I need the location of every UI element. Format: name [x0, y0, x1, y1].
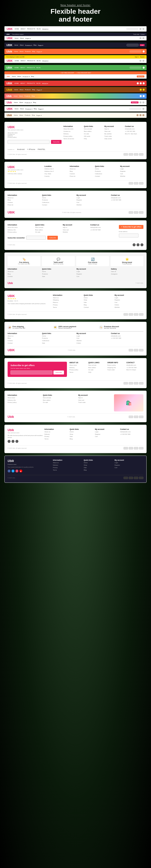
nav-item[interactable]: About	[19, 115, 23, 116]
nav-item[interactable]: Home	[14, 102, 18, 103]
col-item[interactable]: Cart	[120, 173, 143, 175]
col-item[interactable]: Delivery	[69, 367, 87, 369]
user-icon[interactable]	[143, 28, 144, 30]
cart-icon[interactable]	[140, 82, 142, 84]
col-item[interactable]: My wishlist	[104, 133, 123, 135]
col-item[interactable]: Contact	[84, 307, 113, 309]
nav-item[interactable]: Blog	[31, 76, 34, 78]
cart-icon[interactable]	[143, 60, 144, 62]
nav-item[interactable]: HOME	[14, 83, 19, 84]
twitter-icon[interactable]: t	[137, 243, 140, 246]
col-item[interactable]: Orders	[115, 304, 143, 306]
login-button[interactable]: Login	[140, 44, 145, 46]
col-item[interactable]: Cart	[77, 337, 109, 339]
col-item[interactable]: Contact us	[63, 131, 82, 132]
col-item[interactable]: Careers	[8, 340, 40, 342]
cart-icon[interactable]	[140, 114, 142, 116]
info-link[interactable]: Sign in	[135, 56, 139, 58]
col-item[interactable]: Shop	[84, 464, 113, 466]
nav-item[interactable]: Home	[14, 115, 18, 116]
col-item[interactable]: Shipping	[53, 299, 82, 301]
nav-item[interactable]: About	[20, 51, 24, 53]
col-item[interactable]: About store	[8, 397, 41, 399]
cart-icon[interactable]	[143, 89, 145, 91]
nav-item[interactable]: Home	[14, 95, 18, 97]
col-item[interactable]: About us	[8, 197, 40, 199]
nav-item[interactable]: Blog	[32, 95, 35, 97]
nav-item[interactable]: About	[19, 102, 23, 103]
shop-button[interactable]: Shop Now	[131, 101, 139, 103]
nav-item[interactable]: BLOG	[36, 67, 41, 68]
nav-item[interactable]: Products ▾	[25, 102, 31, 103]
nav-item[interactable]: About	[17, 76, 21, 78]
nav-item[interactable]: Blog	[34, 108, 37, 110]
instagram-icon[interactable]: i	[16, 440, 19, 443]
cart-icon[interactable]	[140, 28, 142, 30]
col-item[interactable]: About us	[53, 297, 82, 299]
col-item[interactable]: Track order	[78, 402, 112, 404]
col-item[interactable]: Register	[77, 199, 109, 201]
nav-item[interactable]: Pages ▾	[25, 37, 31, 39]
col-item[interactable]: Privacy policy	[69, 369, 87, 371]
col-item[interactable]: Delivery info	[8, 229, 33, 231]
cart-icon[interactable]	[143, 95, 145, 97]
search-input[interactable]	[129, 66, 142, 69]
col-item[interactable]: City, State	[44, 173, 68, 175]
col-item[interactable]: Contact	[95, 176, 118, 178]
subscribe-button[interactable]: Subscribe	[47, 236, 58, 240]
col-item[interactable]: View cart	[78, 399, 112, 401]
col-item[interactable]: View cart	[104, 131, 123, 132]
search-input[interactable]	[126, 28, 139, 30]
nav-item[interactable]: Home	[14, 51, 18, 53]
col-item[interactable]: Wishlist	[120, 176, 143, 178]
col-item[interactable]: Sale	[84, 467, 113, 469]
col-item[interactable]: Address line 1	[44, 168, 68, 170]
col-item[interactable]: Products	[95, 170, 118, 173]
col-item[interactable]: Contact	[8, 276, 40, 278]
nav-item[interactable]: Products ▾	[23, 76, 29, 78]
nav-item[interactable]: Pages ▾	[36, 115, 42, 116]
col-item[interactable]: Delivery	[44, 434, 68, 435]
nav-item[interactable]: ABOUT	[20, 60, 26, 62]
nav-item[interactable]: Products	[25, 115, 30, 116]
col-item[interactable]: About store	[69, 364, 87, 366]
col-item[interactable]: About the store	[63, 128, 82, 130]
nav-item[interactable]: Blog	[34, 44, 36, 46]
nav-item[interactable]: Blog	[33, 102, 36, 103]
user-icon[interactable]	[143, 101, 144, 103]
col-item[interactable]: About us	[8, 271, 40, 273]
col-item[interactable]: Register	[95, 434, 118, 435]
nav-item[interactable]: Blog	[32, 51, 35, 53]
col-item[interactable]: Home	[42, 271, 75, 273]
col-item[interactable]: Blog	[70, 170, 93, 173]
col-item[interactable]: About us	[8, 335, 40, 337]
newsletter-email-input[interactable]	[26, 236, 46, 240]
col-item[interactable]: Register	[115, 299, 143, 301]
nav-item[interactable]: About	[20, 108, 24, 110]
nav-item[interactable]: Products	[25, 89, 31, 91]
newsletter-submit-button[interactable]: Subscribe	[51, 140, 62, 144]
col-item[interactable]: Login	[120, 168, 143, 170]
top-link[interactable]: Track order	[133, 34, 139, 35]
col-item[interactable]: Sale	[42, 276, 75, 278]
search-input[interactable]	[129, 107, 142, 110]
instagram-icon[interactable]: i	[141, 243, 143, 246]
col-item[interactable]: Shop	[70, 434, 93, 435]
col-item[interactable]: Products	[42, 273, 75, 275]
facebook-icon[interactable]: f	[8, 469, 10, 472]
col-item[interactable]: Cart	[115, 467, 143, 469]
col-item[interactable]: Cart	[77, 202, 109, 204]
col-item[interactable]: Orders	[77, 342, 109, 344]
nav-item[interactable]: PAGES ▾	[42, 28, 48, 30]
facebook-icon[interactable]: f	[132, 243, 135, 246]
nav-item[interactable]: PAGES ▾	[42, 83, 48, 84]
nav-item[interactable]: PRODUCTS	[27, 83, 35, 84]
col-item[interactable]: Home	[42, 197, 75, 199]
col-item[interactable]: Cart	[115, 302, 143, 304]
email-input[interactable]	[119, 234, 139, 238]
nav-item[interactable]: Home	[12, 76, 16, 78]
col-item[interactable]: Terms	[53, 307, 82, 309]
col-item[interactable]: Privacy	[53, 467, 82, 469]
col-item[interactable]: Blog	[8, 273, 40, 275]
nav-item[interactable]: Products	[25, 51, 31, 53]
